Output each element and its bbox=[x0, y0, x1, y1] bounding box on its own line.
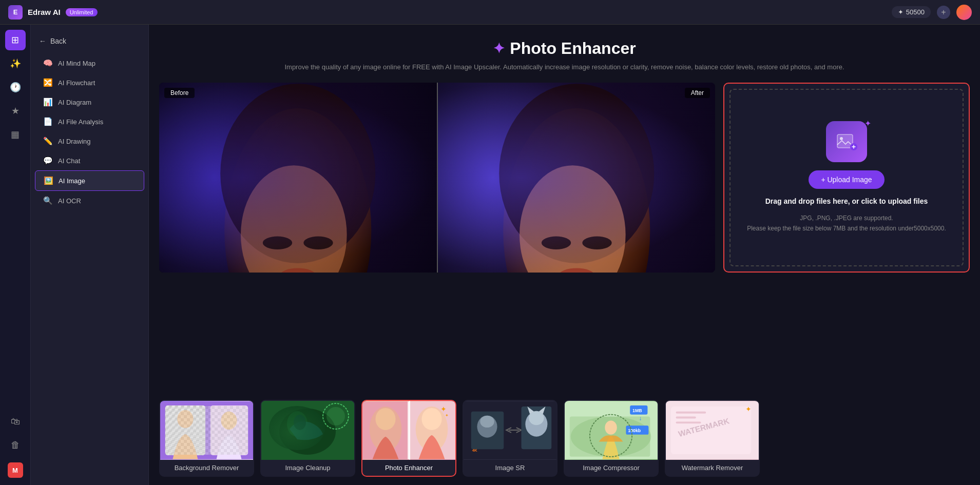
tool-card-img-image-compressor: 1MB ↓ 100kb bbox=[565, 401, 658, 460]
upload-size-text: Please keep the file size below 7MB and … bbox=[747, 225, 946, 232]
tools-row: Background Remover bbox=[149, 395, 980, 485]
sidebar-item-history[interactable]: 🕐 bbox=[5, 77, 26, 98]
svg-text:1MB: 1MB bbox=[632, 408, 642, 413]
tool-card-background-remover[interactable]: Background Remover bbox=[159, 400, 254, 477]
svg-point-4 bbox=[241, 165, 347, 273]
sidebar-item-label-ai-chat: AI Chat bbox=[58, 157, 80, 165]
upload-drag-hint: Drag and drop files here, or click to up… bbox=[765, 197, 928, 205]
sidebar-item-ai-mind-map[interactable]: 🧠 AI Mind Map bbox=[35, 53, 144, 73]
svg-point-1 bbox=[224, 108, 371, 272]
app-name: Edraw AI bbox=[28, 8, 61, 16]
tool-card-image-cleanup[interactable]: Image Cleanup bbox=[260, 400, 355, 477]
svg-text:↓: ↓ bbox=[639, 415, 642, 421]
app-logo: E bbox=[8, 5, 23, 20]
sidebar-item-ai-drawing[interactable]: ✏️ AI Drawing bbox=[35, 131, 144, 151]
svg-point-3 bbox=[220, 84, 375, 263]
back-arrow-icon: ← bbox=[39, 37, 46, 45]
tool-card-photo-enhancer[interactable]: ✦ ✦ Photo Enhancer bbox=[361, 400, 456, 477]
sidebar-item-label-ai-flowchart: AI Flowchart bbox=[58, 79, 95, 87]
svg-point-17 bbox=[840, 137, 843, 140]
tool-card-image-sr[interactable]: 4K Image SR bbox=[463, 400, 558, 477]
tool-card-label-photo-enhancer: Photo Enhancer bbox=[362, 460, 455, 476]
svg-point-37 bbox=[375, 408, 395, 430]
svg-point-46 bbox=[480, 416, 494, 428]
svg-point-13 bbox=[541, 236, 570, 249]
sidebar-item-trash[interactable]: 🗑 bbox=[5, 435, 26, 455]
page-header: ✦ Photo Enhancer Improve the quality of … bbox=[149, 25, 980, 77]
preview-section: Before bbox=[159, 83, 715, 390]
svg-rect-65 bbox=[676, 417, 696, 419]
svg-point-25 bbox=[177, 410, 193, 428]
svg-point-54 bbox=[605, 420, 617, 434]
sidebar: ← Back 🧠 AI Mind Map 🔀 AI Flowchart 📊 AI… bbox=[31, 25, 149, 485]
tool-card-image-compressor[interactable]: 1MB ↓ 100kb Image Compressor bbox=[564, 400, 659, 477]
svg-point-40 bbox=[421, 408, 441, 430]
sidebar-item-bag[interactable]: 🛍 bbox=[5, 411, 26, 432]
svg-text:4K: 4K bbox=[472, 448, 477, 453]
sidebar-item-ai-flowchart[interactable]: 🔀 AI Flowchart bbox=[35, 73, 144, 92]
svg-text:✦: ✦ bbox=[440, 405, 447, 413]
upload-area[interactable]: + Upload Image Drag and drop files here,… bbox=[723, 83, 970, 273]
upload-image-icon bbox=[826, 121, 867, 162]
content-area: ✦ Photo Enhancer Improve the quality of … bbox=[149, 25, 980, 485]
sidebar-item-ai-diagram[interactable]: 📊 AI Diagram bbox=[35, 92, 144, 112]
tool-card-img-background-remover bbox=[160, 401, 253, 460]
sidebar-item-ai-ocr[interactable]: 🔍 AI OCR bbox=[35, 191, 144, 210]
sidebar-item-ai-tools[interactable]: ✨ bbox=[5, 53, 26, 74]
sidebar-item-home[interactable]: ⊞ bbox=[5, 30, 26, 50]
svg-rect-24 bbox=[165, 405, 205, 455]
sidebar-item-label-ai-image: AI Image bbox=[59, 177, 85, 185]
main-layout: ⊞ ✨ 🕐 ★ ▦ 🛍 🗑 M ← Back 🧠 AI Mind Map 🔀 A… bbox=[0, 25, 980, 485]
tool-card-img-photo-enhancer: ✦ ✦ bbox=[362, 401, 455, 460]
before-label: Before bbox=[164, 88, 195, 98]
content-body: Before bbox=[149, 77, 980, 395]
add-credits-button[interactable]: + bbox=[937, 6, 950, 19]
page-title-text: Photo Enhancer bbox=[510, 39, 636, 58]
after-label: After bbox=[685, 88, 710, 98]
user-avatar[interactable] bbox=[956, 5, 972, 20]
before-image bbox=[159, 83, 437, 273]
svg-point-11 bbox=[499, 84, 654, 263]
sidebar-item-ai-file-analysis[interactable]: 📄 AI File Analysis bbox=[35, 112, 144, 131]
icon-bar: ⊞ ✨ 🕐 ★ ▦ 🛍 🗑 M bbox=[0, 25, 31, 485]
drawing-icon: ✏️ bbox=[43, 137, 53, 146]
upload-format-hint: JPG, .PNG, .JPEG are supported. Please k… bbox=[747, 214, 946, 233]
tool-card-label-image-sr: Image SR bbox=[464, 460, 556, 476]
svg-point-33 bbox=[326, 407, 345, 425]
after-panel: After bbox=[438, 83, 716, 273]
svg-text:100kb: 100kb bbox=[628, 428, 641, 433]
back-button[interactable]: ← Back bbox=[31, 33, 148, 53]
file-analysis-icon: 📄 bbox=[43, 117, 53, 126]
svg-rect-8 bbox=[438, 83, 716, 273]
before-panel: Before bbox=[159, 83, 438, 273]
svg-text:✦: ✦ bbox=[745, 405, 752, 413]
svg-text:✦: ✦ bbox=[445, 413, 449, 418]
tool-card-label-image-cleanup: Image Cleanup bbox=[261, 460, 354, 476]
upload-drop-zone[interactable]: + Upload Image Drag and drop files here,… bbox=[729, 89, 964, 266]
unlimited-badge: Unlimited bbox=[66, 8, 98, 16]
svg-point-15 bbox=[559, 268, 594, 273]
topbar-right: ✦ 50500 + bbox=[892, 5, 972, 20]
upload-formats-text: JPG, .PNG, .JPEG are supported. bbox=[800, 215, 893, 222]
sidebar-item-ai-image[interactable]: 🖼️ AI Image bbox=[35, 170, 144, 191]
upload-image-button[interactable]: + Upload Image bbox=[809, 170, 884, 189]
before-after-container: Before bbox=[159, 83, 715, 273]
tool-card-img-image-cleanup bbox=[261, 401, 354, 460]
back-label: Back bbox=[50, 37, 66, 45]
sidebar-item-ai-chat[interactable]: 💬 AI Chat bbox=[35, 151, 144, 170]
sparkle-icon: ✦ bbox=[493, 40, 505, 57]
sidebar-item-layers[interactable]: ▦ bbox=[5, 124, 26, 145]
bottom-m-icon[interactable]: M bbox=[8, 462, 23, 478]
svg-point-14 bbox=[582, 236, 611, 249]
topbar: E Edraw AI Unlimited ✦ 50500 + bbox=[0, 0, 980, 25]
topbar-left: E Edraw AI Unlimited bbox=[8, 5, 98, 20]
svg-point-27 bbox=[221, 412, 237, 430]
sidebar-item-label-ai-drawing: AI Drawing bbox=[58, 138, 91, 145]
diagram-icon: 📊 bbox=[43, 98, 53, 107]
ocr-icon: 🔍 bbox=[43, 196, 53, 205]
tool-card-label-image-compressor: Image Compressor bbox=[565, 460, 658, 476]
upload-section: + Upload Image Drag and drop files here,… bbox=[723, 83, 970, 390]
tool-card-label-background-remover: Background Remover bbox=[160, 460, 253, 476]
sidebar-item-favorites[interactable]: ★ bbox=[5, 101, 26, 121]
tool-card-watermark-remover[interactable]: WATERMARK ✦ Watermark Remover bbox=[665, 400, 760, 477]
